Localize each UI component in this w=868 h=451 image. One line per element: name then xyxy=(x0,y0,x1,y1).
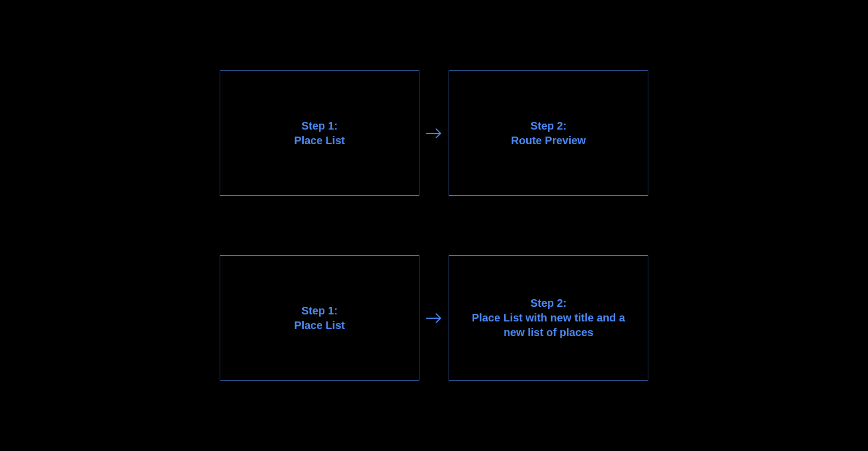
step-box-1-2: Step 2: Route Preview xyxy=(449,70,648,196)
flow-row-1: Step 1: Place List Step 2: Route Preview xyxy=(220,70,648,196)
arrow-right-icon xyxy=(425,310,443,327)
arrow-right-icon xyxy=(425,125,443,142)
arrow-wrapper-2 xyxy=(419,310,449,327)
step-box-2-2: Step 2: Place List with new title and a … xyxy=(449,255,648,381)
step-box-1-1: Step 1: Place List xyxy=(220,70,419,196)
flow-row-2: Step 1: Place List Step 2: Place List wi… xyxy=(220,255,648,381)
step-box-2-1: Step 1: Place List xyxy=(220,255,419,381)
step-text: Step 2: Route Preview xyxy=(511,119,586,148)
step-text: Step 1: Place List xyxy=(294,119,344,148)
arrow-wrapper-1 xyxy=(419,125,449,142)
diagram-container: Step 1: Place List Step 2: Route Preview… xyxy=(220,70,648,381)
step-text: Step 2: Place List with new title and a … xyxy=(460,296,637,340)
step-text: Step 1: Place List xyxy=(294,304,344,333)
